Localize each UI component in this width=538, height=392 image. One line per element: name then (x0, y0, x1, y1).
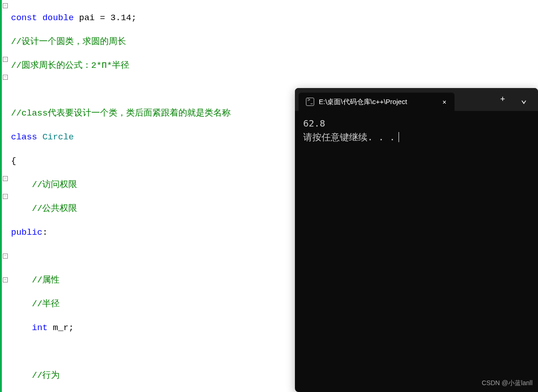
class-name: Circle (37, 132, 74, 142)
new-tab-button[interactable]: + (492, 88, 513, 111)
terminal-window: E:\桌面\代码仓库\c++\Project ✕ + ⌄ 62.8 请按任意键继… (295, 88, 538, 392)
terminal-output-line: 请按任意键继续. . . (303, 130, 530, 144)
terminal-output-line: 62.8 (303, 116, 530, 130)
terminal-controls: + ⌄ (492, 88, 538, 111)
fold-toggle[interactable]: − (3, 75, 8, 80)
fold-toggle[interactable]: − (3, 3, 8, 8)
tab-close-button[interactable]: ✕ (440, 98, 449, 106)
keyword-public: public (11, 227, 42, 237)
terminal-tab-title: E:\桌面\代码仓库\c++\Project (319, 98, 435, 106)
keyword-class: class (11, 132, 37, 142)
fold-toggle[interactable]: − (3, 57, 8, 62)
terminal-cursor (399, 132, 399, 142)
terminal-titlebar[interactable]: E:\桌面\代码仓库\c++\Project ✕ + ⌄ (295, 88, 538, 111)
terminal-body[interactable]: 62.8 请按任意键继续. . . (295, 111, 538, 149)
colon: : (42, 227, 47, 237)
code-comment: //圆求周长的公式：2*Π*半径 (11, 60, 538, 72)
change-marker-bar (0, 0, 2, 392)
terminal-tab[interactable]: E:\桌面\代码仓库\c++\Project ✕ (299, 93, 455, 111)
terminal-icon (306, 98, 314, 106)
fold-toggle[interactable]: − (3, 277, 8, 282)
code-comment: //设计一个圆类，求圆的周长 (11, 36, 538, 48)
var-decl: m_r; (48, 323, 74, 333)
dropdown-button[interactable]: ⌄ (513, 88, 534, 111)
fold-toggle[interactable]: − (3, 194, 8, 199)
fold-toggle[interactable]: − (3, 176, 8, 181)
watermark: CSDN @小蓝lanll (482, 379, 532, 387)
fold-toggle[interactable]: − (3, 254, 8, 259)
terminal-prompt-text: 请按任意键继续. . . (303, 130, 395, 144)
type-int: int (11, 323, 48, 333)
gutter: − − − − − − − (0, 0, 10, 392)
